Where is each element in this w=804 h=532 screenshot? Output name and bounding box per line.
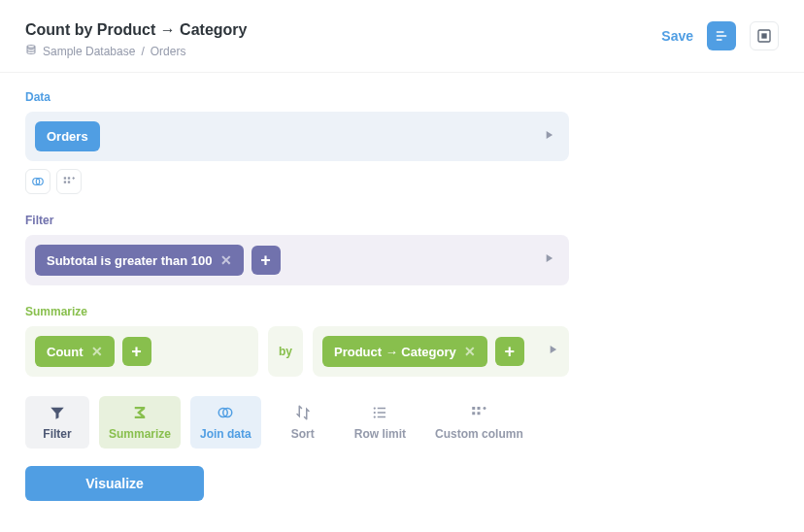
sort-action-label: Sort: [291, 427, 315, 441]
rowlimit-action-label: Row limit: [354, 427, 406, 441]
breadcrumb: Sample Database / Orders: [25, 44, 247, 58]
filter-chip-label: Subtotal is greater than 100: [47, 253, 213, 268]
summarize-section: Summarize Count ✕ + by Product → Categor…: [25, 305, 779, 377]
summarize-bar: Count ✕ + by Product → Category ✕ +: [25, 326, 569, 377]
svg-point-13: [374, 407, 376, 409]
preview-data-button[interactable]: [542, 128, 555, 146]
database-icon: [25, 44, 37, 58]
svg-rect-10: [68, 181, 70, 183]
filter-action[interactable]: Filter: [25, 396, 89, 449]
remove-filter-icon[interactable]: ✕: [220, 252, 232, 268]
join-action-label: Join data: [200, 427, 251, 441]
svg-rect-20: [478, 407, 481, 410]
add-breakout-button[interactable]: +: [495, 337, 524, 366]
header: Count by Product → Category Sample Datab…: [0, 0, 804, 73]
data-bar: Orders: [25, 112, 569, 161]
header-actions: Save: [661, 21, 779, 50]
remove-breakout-icon[interactable]: ✕: [464, 344, 476, 359]
data-source-chip[interactable]: Orders: [35, 121, 100, 151]
svg-rect-18: [378, 416, 385, 418]
page-title: Count by Product → Category: [25, 21, 247, 39]
join-action[interactable]: Join data: [190, 396, 261, 449]
save-button[interactable]: Save: [661, 28, 693, 44]
aggregation-cell: Count ✕ +: [25, 326, 258, 377]
customcol-action-label: Custom column: [435, 427, 523, 441]
breadcrumb-table[interactable]: Orders: [151, 45, 186, 58]
aggregation-label: Count: [47, 345, 84, 359]
svg-rect-21: [473, 412, 476, 415]
summarize-action[interactable]: Summarize: [99, 396, 181, 449]
svg-rect-7: [64, 177, 66, 179]
svg-rect-4: [761, 33, 766, 38]
step-actions: Filter Summarize Join data Sort Row limi…: [25, 396, 779, 449]
data-section: Data Orders: [25, 90, 779, 194]
filter-section: Filter Subtotal is greater than 100 ✕ +: [25, 214, 779, 285]
add-aggregation-button[interactable]: +: [122, 337, 151, 366]
svg-point-17: [374, 416, 376, 417]
svg-rect-0: [717, 31, 724, 32]
expand-icon-button[interactable]: [750, 21, 779, 50]
filter-chip[interactable]: Subtotal is greater than 100 ✕: [35, 245, 244, 276]
svg-rect-1: [717, 35, 727, 36]
breadcrumb-sep: /: [141, 45, 144, 58]
summarize-action-label: Summarize: [109, 427, 171, 441]
data-mini-actions: [25, 169, 779, 194]
filter-bar: Subtotal is greater than 100 ✕ +: [25, 235, 569, 285]
data-source-label: Orders: [47, 129, 88, 144]
sort-action[interactable]: Sort: [271, 396, 335, 449]
query-editor: Data Orders Filter Subtotal is greater t…: [0, 73, 804, 518]
filter-label: Filter: [25, 214, 779, 227]
rowlimit-action[interactable]: Row limit: [345, 396, 416, 449]
svg-rect-22: [478, 412, 481, 415]
breadcrumb-db[interactable]: Sample Database: [43, 45, 135, 58]
preview-filter-button[interactable]: [542, 251, 555, 269]
visualize-button[interactable]: Visualize: [25, 466, 204, 501]
by-label: by: [268, 326, 303, 377]
data-label: Data: [25, 90, 779, 104]
add-filter-button[interactable]: +: [251, 246, 281, 275]
preview-summarize-button[interactable]: [546, 343, 559, 360]
join-icon-button[interactable]: [25, 169, 50, 194]
svg-rect-8: [68, 177, 70, 179]
svg-rect-16: [378, 412, 385, 414]
customcol-action[interactable]: Custom column: [425, 396, 533, 449]
breakout-chip[interactable]: Product → Category ✕: [322, 336, 487, 367]
breakout-cell: Product → Category ✕ +: [313, 326, 569, 377]
custom-column-icon-button[interactable]: [56, 169, 82, 194]
svg-point-15: [374, 412, 376, 414]
editor-view-button[interactable]: [707, 21, 736, 50]
breakout-label: Product → Category: [334, 345, 456, 359]
remove-aggregation-icon[interactable]: ✕: [91, 344, 103, 359]
svg-rect-14: [378, 408, 385, 410]
filter-action-label: Filter: [43, 427, 71, 441]
svg-rect-19: [473, 407, 476, 410]
svg-rect-2: [717, 39, 722, 40]
svg-rect-9: [64, 181, 66, 183]
summarize-label: Summarize: [25, 305, 779, 318]
aggregation-chip[interactable]: Count ✕: [35, 336, 115, 367]
